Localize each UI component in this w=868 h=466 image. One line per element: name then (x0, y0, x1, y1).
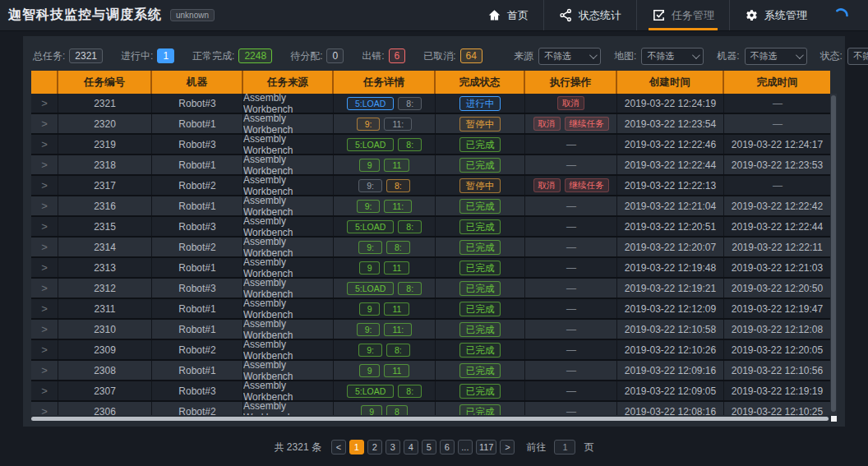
filter-machine-select[interactable]: 不筛选 (745, 48, 807, 65)
nav-item-status-stats[interactable]: 状态统计 (543, 0, 636, 30)
filter-source-select[interactable]: 不筛选 (538, 48, 601, 65)
stat-item: 进行中:1 (121, 48, 174, 63)
row-expand-chevron-icon[interactable]: > (41, 97, 48, 109)
row-expand-chevron-icon[interactable]: > (41, 405, 48, 415)
row-expand-chevron-icon[interactable]: > (41, 179, 48, 191)
cancel-task-button[interactable]: 取消 (533, 178, 561, 192)
status-badge: 暂停中 (459, 178, 501, 193)
expand-cell: > (31, 299, 58, 318)
task-source: Assembly Workbench (243, 155, 333, 174)
task-detail-badge: 8: (398, 138, 422, 151)
task-detail-badge: 8: (398, 385, 422, 398)
filter: 状态:不筛选 (820, 48, 868, 65)
chevron-down-icon (692, 51, 700, 59)
actions-cell: — (525, 155, 617, 174)
expand-cell: > (31, 402, 58, 415)
column-header: 任务详情 (334, 71, 436, 94)
nav-item-system-management[interactable]: 系统管理 (729, 0, 822, 30)
completed-cell: 2019-03-22 12:22:44 (724, 217, 830, 236)
column-header: 创建时间 (617, 71, 724, 94)
task-source: Assembly Workbench (243, 279, 333, 298)
pagination-page-button[interactable]: 2 (367, 440, 382, 454)
pagination-next-button[interactable]: > (500, 440, 515, 454)
table-row: >2319Robot#3Assembly Workbench5:LOAD8:已完… (31, 135, 830, 155)
machine-name: Robot#3 (178, 221, 215, 233)
pagination-prev-button[interactable]: < (331, 440, 346, 454)
pagination-page-button[interactable]: 117 (476, 440, 497, 454)
continue-task-button[interactable]: 继续任务 (565, 117, 609, 131)
completed-time: 2019-03-22 12:10:25 (732, 406, 823, 416)
table-row: >2318Robot#1Assembly Workbench911已完成—201… (31, 155, 830, 176)
expand-cell: > (31, 279, 58, 298)
row-expand-chevron-icon[interactable]: > (41, 261, 48, 274)
actions-cell: — (525, 217, 617, 236)
continue-task-button[interactable]: 继续任务 (565, 178, 609, 192)
task-detail-badge: 11 (384, 261, 409, 275)
source-cell: Assembly Workbench (243, 258, 334, 277)
task-id-cell: 2320 (58, 114, 152, 133)
row-expand-chevron-icon[interactable]: > (41, 323, 48, 335)
loading-spinner-icon (822, 8, 860, 23)
cancel-task-button[interactable]: 取消 (533, 117, 561, 131)
pagination-page-button[interactable]: 6 (440, 440, 455, 454)
filter-status-select[interactable]: 不筛选 (847, 48, 868, 65)
row-expand-chevron-icon[interactable]: > (41, 200, 48, 212)
nav-item-home[interactable]: 首页 (473, 0, 543, 30)
row-expand-chevron-icon[interactable]: > (41, 385, 48, 397)
created-cell: 2019-03-22 12:19:21 (617, 279, 724, 298)
machine-name: Robot#1 (178, 365, 215, 376)
details-cell: 9:11: (334, 196, 436, 215)
column-header (31, 71, 58, 94)
task-id: 2310 (94, 324, 116, 335)
row-expand-chevron-icon[interactable]: > (41, 220, 48, 233)
no-action-dash: — (566, 406, 575, 416)
machine-cell: Robot#2 (152, 340, 243, 359)
task-detail-badge: 5:LOAD (347, 282, 394, 295)
created-cell: 2019-03-22 12:20:07 (617, 238, 724, 256)
status-badge: 已完成 (459, 219, 501, 234)
nav-item-label: 系统管理 (764, 8, 807, 23)
row-expand-chevron-icon[interactable]: > (41, 118, 48, 130)
created-time: 2019-03-22 12:24:19 (625, 98, 716, 109)
row-expand-chevron-icon[interactable]: > (41, 282, 48, 294)
row-expand-chevron-icon[interactable]: > (41, 159, 48, 171)
created-time: 2019-03-22 12:12:09 (625, 303, 716, 315)
pagination-page-button[interactable]: 5 (422, 440, 436, 454)
pagination-page-button[interactable]: 3 (386, 440, 400, 454)
goto-page-input[interactable] (554, 440, 575, 454)
task-detail-badge: 9 (359, 364, 381, 377)
row-expand-chevron-icon[interactable]: > (41, 138, 48, 150)
row-expand-chevron-icon[interactable]: > (41, 241, 48, 253)
task-detail-badge: 11 (384, 159, 409, 172)
machine-name: Robot#1 (178, 201, 215, 212)
pagination-ellipsis[interactable]: ... (458, 440, 473, 454)
table-row: >2310Robot#1Assembly Workbench9:11:已完成—2… (31, 320, 830, 340)
details-cell: 911 (334, 155, 436, 174)
row-expand-chevron-icon[interactable]: > (41, 344, 48, 356)
created-time: 2019-03-22 12:10:26 (625, 344, 716, 356)
task-id-cell: 2307 (58, 381, 152, 400)
completed-time: 2019-03-22 12:22:11 (732, 242, 823, 253)
completed-cell: 2019-03-22 12:12:08 (724, 320, 830, 339)
completed-cell: 2019-03-22 12:10:56 (724, 361, 830, 380)
filter-map-select[interactable]: 不筛选 (641, 48, 704, 65)
row-expand-chevron-icon[interactable]: > (41, 302, 48, 315)
horizontal-scrollbar[interactable] (31, 416, 837, 422)
created-time: 2019-03-22 12:19:21 (625, 283, 716, 294)
cancel-task-button[interactable]: 取消 (557, 96, 584, 110)
pagination-page-button[interactable]: 1 (349, 440, 364, 454)
nav-item-task-management[interactable]: 任务管理 (636, 0, 729, 30)
vertical-scrollbar[interactable] (830, 94, 837, 415)
machine-name: Robot#3 (178, 385, 215, 397)
machine-name: Robot#3 (178, 98, 215, 109)
machine-cell: Robot#3 (152, 381, 243, 400)
task-detail-badge: 9: (358, 179, 382, 192)
filter: 机器:不筛选 (717, 48, 806, 65)
task-id-cell: 2315 (58, 217, 152, 236)
stat-value: 6 (389, 48, 406, 63)
row-expand-chevron-icon[interactable]: > (41, 364, 48, 376)
task-id-cell: 2308 (58, 361, 152, 380)
pagination-page-button[interactable]: 4 (404, 440, 418, 454)
task-id-cell: 2309 (58, 340, 152, 359)
machine-cell: Robot#1 (152, 299, 243, 318)
